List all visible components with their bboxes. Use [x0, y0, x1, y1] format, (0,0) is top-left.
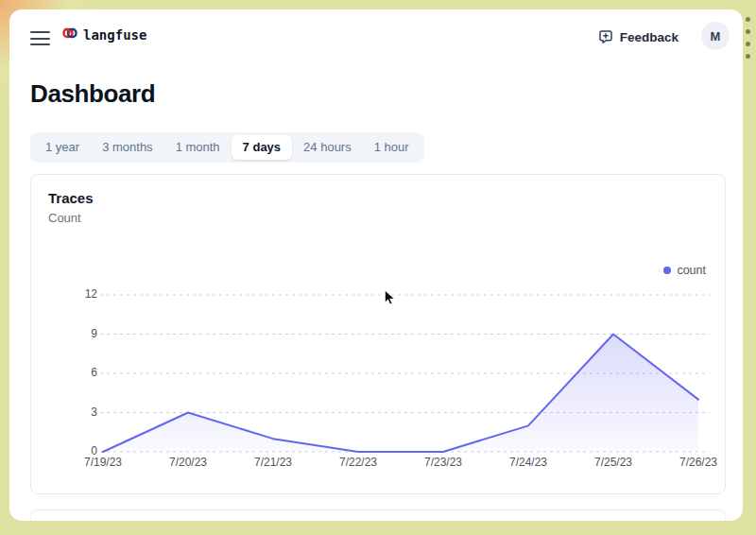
feedback-button[interactable]: Feedback — [589, 24, 688, 50]
frame-dot — [746, 29, 750, 34]
y-axis-tick: 12 — [53, 287, 97, 301]
x-axis-tick: 7/25/23 — [583, 456, 644, 469]
x-axis-tick: 7/26/23 — [668, 456, 729, 469]
x-axis-tick: 7/23/23 — [413, 456, 473, 469]
time-range-tabs: 1 year 3 months 1 month 7 days 24 hours … — [30, 132, 424, 163]
tab-24-hours[interactable]: 24 hours — [292, 135, 363, 160]
area-fill — [103, 335, 698, 453]
brand-name: langfuse — [83, 27, 146, 43]
knot-icon — [62, 26, 77, 43]
top-bar: langfuse Feedback M — [9, 9, 743, 64]
tab-3-months[interactable]: 3 months — [91, 135, 163, 160]
traces-chart: 0369127/19/237/20/237/21/237/22/237/23/2… — [31, 175, 727, 495]
x-axis-tick: 7/20/23 — [158, 456, 218, 469]
app-window: langfuse Feedback M Dashboard 1 year 3 m… — [9, 9, 743, 521]
page-title: Dashboard — [30, 79, 155, 109]
screen: { "header": { "brand": "langfuse", "feed… — [0, 0, 756, 535]
x-axis-tick: 7/21/23 — [243, 456, 303, 469]
tab-1-month[interactable]: 1 month — [164, 135, 232, 160]
chart-canvas — [31, 175, 727, 495]
avatar-initial: M — [711, 29, 721, 43]
x-axis-tick: 7/24/23 — [498, 456, 558, 469]
y-axis-tick: 6 — [53, 366, 97, 379]
x-axis-tick: 7/22/23 — [328, 456, 388, 469]
feedback-label: Feedback — [620, 30, 679, 44]
message-square-plus-icon — [598, 29, 613, 44]
y-axis-tick: 9 — [53, 327, 97, 340]
frame-dot — [746, 17, 750, 22]
menu-icon[interactable] — [30, 31, 50, 45]
x-axis-tick: 7/19/23 — [73, 456, 133, 469]
y-axis-tick: 3 — [53, 406, 97, 419]
tab-7-days[interactable]: 7 days — [232, 135, 292, 160]
tab-1-year[interactable]: 1 year — [34, 135, 91, 160]
brand-logo[interactable]: langfuse — [62, 26, 146, 43]
frame-dot — [746, 42, 750, 46]
user-avatar[interactable]: M — [701, 22, 730, 50]
next-card-top-edge — [30, 509, 726, 521]
frame-dot — [746, 54, 750, 59]
traces-card: Traces Count count 0369127/19/237/20/237… — [30, 174, 726, 494]
tab-1-hour[interactable]: 1 hour — [363, 135, 421, 160]
